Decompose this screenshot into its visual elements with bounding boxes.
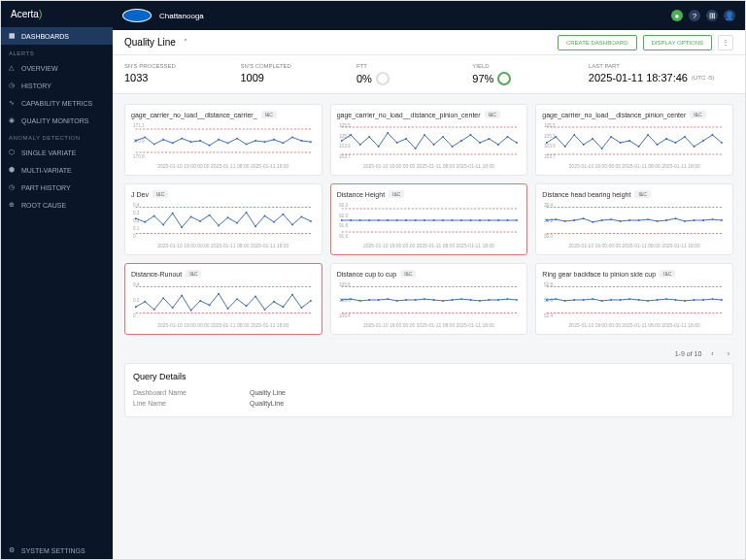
svg-point-217	[611, 299, 613, 301]
svg-point-59	[564, 146, 566, 148]
svg-point-97	[254, 225, 256, 227]
svg-point-49	[506, 136, 508, 138]
svg-point-12	[199, 140, 201, 142]
svg-point-204	[516, 299, 518, 301]
svg-point-220	[638, 299, 640, 301]
svg-point-214	[583, 299, 585, 301]
nav-history[interactable]: ◷ HISTORY	[1, 77, 113, 94]
help-icon[interactable]: ?	[689, 10, 700, 21]
svg-point-76	[721, 142, 723, 144]
svg-point-168	[209, 304, 211, 306]
chart-card[interactable]: Distance cup to cupI&C 105.8105.6105.4 2…	[330, 263, 528, 335]
svg-point-161	[144, 301, 146, 303]
svg-point-126	[488, 219, 490, 221]
svg-point-47	[488, 138, 490, 140]
svg-point-148	[665, 219, 667, 221]
svg-point-64	[611, 136, 613, 138]
pagination: 1-9 of 10 ‹ ›	[124, 345, 733, 363]
page-info: 1-9 of 10	[675, 350, 702, 357]
chart-card[interactable]: gage_carrier_no_load__distance_pinion_ce…	[330, 104, 528, 176]
nav-multi-variate[interactable]: ⬢ MULTI-VARIATE	[1, 161, 113, 179]
svg-point-144	[628, 219, 630, 221]
chart-tag: I&C	[660, 270, 675, 278]
detail-key: Dashboard Name	[133, 389, 250, 396]
chart-title: Distance-Runout	[131, 271, 182, 278]
chart-title: Distance head bearing height	[542, 191, 630, 198]
chart-card[interactable]: Distance head bearing heightI&C 36.436.2…	[535, 183, 733, 255]
svg-text:36.4: 36.4	[544, 203, 554, 208]
nav-label: OVERVIEW	[21, 65, 58, 72]
create-dashboard-button[interactable]: CREATE DASHBOARD	[558, 35, 637, 50]
nav-label: HISTORY	[21, 82, 51, 89]
svg-point-119	[424, 219, 425, 221]
chart-card[interactable]: gage_carrier_no_load__distance_pinion_ce…	[535, 104, 733, 176]
svg-point-14	[218, 139, 220, 141]
chevron-down-icon[interactable]: ˅	[184, 38, 187, 47]
svg-point-43	[451, 146, 453, 148]
nav-single-variate[interactable]: ⬡ SINGLE VARIATE	[1, 144, 113, 161]
svg-point-222	[657, 299, 659, 301]
svg-point-65	[620, 142, 622, 144]
chart-card[interactable]: Ring gear backface to pinion side cupI&C…	[535, 263, 733, 335]
line-chart: 105.8105.6105.4	[337, 280, 522, 320]
svg-point-37	[395, 142, 397, 144]
svg-point-13	[209, 145, 211, 147]
svg-point-50	[516, 142, 518, 144]
svg-text:171.1: 171.1	[133, 123, 145, 128]
user-avatar-icon[interactable]: 👤	[724, 10, 735, 21]
svg-text:105.6: 105.6	[339, 298, 351, 303]
chart-card[interactable]: Distance HeightI&C 92.292.091.891.6 2025…	[330, 183, 528, 255]
kpi-value: 0%	[356, 73, 372, 84]
svg-point-147	[657, 220, 659, 222]
kpi-completed: SN'S COMPLETED 1009	[240, 63, 336, 85]
svg-point-44	[460, 140, 462, 142]
kpi-processed: SN'S PROCESSED 1033	[124, 63, 220, 85]
chart-card[interactable]: gage_carrier_no_load__distance_carrier_I…	[124, 104, 322, 176]
line-chart: 0.40.20	[131, 280, 316, 320]
svg-point-160	[135, 306, 137, 308]
section-alerts: ALERTS	[1, 45, 113, 59]
display-options-button[interactable]: DISPLAY OPTIONS	[643, 35, 712, 50]
nav-capability[interactable]: ∿ CAPABILITY METRICS	[1, 94, 113, 112]
nav-part-history[interactable]: ◷ PART HISTORY	[1, 179, 113, 196]
svg-point-93	[218, 224, 220, 226]
svg-point-118	[414, 219, 416, 221]
nav-quality[interactable]: ◉ QUALITY MONITORS	[1, 112, 113, 129]
apps-icon[interactable]: ⊞	[706, 10, 718, 21]
nav-overview[interactable]: △ OVERVIEW	[1, 59, 113, 77]
chart-card[interactable]: Distance-RunoutI&C 0.40.20 2025-01-10 19…	[124, 263, 322, 335]
status-indicator-icon[interactable]: ●	[671, 10, 683, 21]
svg-point-20	[273, 139, 275, 141]
svg-point-101	[291, 224, 293, 226]
svg-point-193	[414, 299, 416, 301]
svg-text:36.0: 36.0	[544, 234, 554, 239]
more-button[interactable]: ⋮	[718, 35, 733, 50]
svg-point-15	[227, 142, 229, 144]
svg-point-6	[144, 136, 146, 138]
nav-dashboards[interactable]: ▦ DASHBOARDS	[1, 27, 113, 45]
svg-point-24	[310, 141, 312, 143]
nav-label: CAPABILITY METRICS	[21, 100, 92, 107]
chart-card[interactable]: J DevI&C 0.40.30.20.10 2025-01-10 19:00:…	[124, 183, 322, 255]
svg-point-195	[432, 299, 434, 301]
svg-text:52.4: 52.4	[544, 313, 554, 318]
chart-title: Ring gear backface to pinion side cup	[542, 271, 656, 278]
svg-point-189	[377, 299, 379, 301]
nav-root-cause[interactable]: ⊕ ROOT CAUSE	[1, 196, 113, 214]
svg-point-117	[405, 219, 407, 221]
x-axis-label: 2025-01-10 19:00:00:00 2025-01-11 08:00 …	[131, 243, 316, 248]
svg-point-110	[340, 219, 342, 221]
section-anomaly: ANOMALY DETECTION	[1, 129, 113, 144]
brand-logo: Acerta)	[1, 1, 113, 27]
svg-point-211	[556, 298, 558, 300]
x-axis-label: 2025-01-10 19:00:00:00 2025-01-11 08:00 …	[131, 322, 316, 328]
nav-settings[interactable]: ⚙ SYSTEM SETTINGS	[1, 542, 113, 559]
svg-point-151	[694, 219, 695, 221]
line-chart: 0.40.30.20.10	[131, 200, 316, 241]
prev-page-button[interactable]: ‹	[707, 348, 717, 359]
customer-logo	[122, 9, 152, 22]
sidebar: Acerta) ▦ DASHBOARDS ALERTS △ OVERVIEW ◷…	[1, 1, 113, 559]
svg-point-227	[702, 299, 704, 301]
next-page-button[interactable]: ›	[724, 348, 733, 359]
svg-point-66	[628, 140, 630, 142]
